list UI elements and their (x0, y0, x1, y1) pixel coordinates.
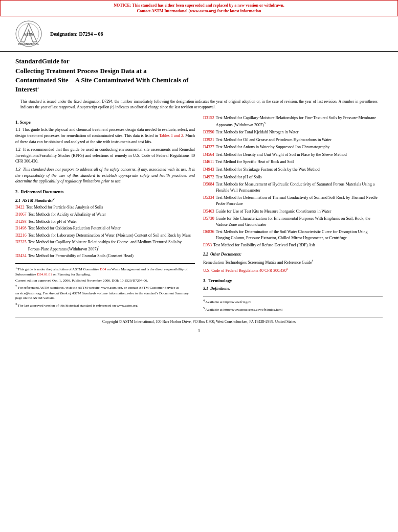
footnote-4: 4 Available at http://www.frtr.gov (203, 298, 383, 305)
subcommittee-link[interactable]: D34.01.01 (37, 272, 52, 276)
section1-p1: 1.1 This guide lists the physical and ch… (15, 127, 195, 145)
ref-id-D4972[interactable]: D4972 (203, 174, 214, 180)
ref-desc-D5084: Test Methods for Measurement of Hydrauli… (216, 181, 383, 193)
ref-desc-D4564: Test Method for Density and Unit Weight … (216, 152, 347, 158)
ref-id-D3921[interactable]: D3921 (203, 137, 214, 143)
ref-desc-D4611: Test Method for Specific Heat of Rock an… (215, 159, 294, 165)
ref-D5463: D5463 Guide for Use of Test Kits to Meas… (203, 209, 383, 215)
ref-D1067: D1067 Test Methods for Acidity or Alkali… (15, 212, 195, 218)
ref-desc-D3921: Test Method for Oil and Grease and Petro… (216, 137, 331, 143)
section2-sub1: 2.1 ASTM Standards:2 (15, 197, 195, 203)
ref-desc-D6836: Test Methods for Determination of the So… (216, 229, 383, 241)
section1-p3: 1.3 This standard does not purport to ad… (15, 167, 195, 184)
ref-desc-D5463: Guide for Use of Test Kits to Measure In… (216, 209, 331, 215)
ref-id-D2434[interactable]: D2434 (15, 253, 27, 259)
ref-desc-D2325: Test Method for Capillary-Moisture Relat… (28, 239, 195, 252)
ref-D5334: D5334 Test Method for Determination of T… (203, 195, 383, 206)
right-column: D3152 Test Method for Capillary-Moisture… (203, 115, 383, 314)
ref-D4327: D4327 Test Method for Anions in Water by… (203, 144, 383, 150)
ref-id-D3152[interactable]: D3152 (203, 115, 214, 128)
left-column: 1. Scope 1.1 This guide lists the physic… (15, 115, 195, 314)
section3-heading: 3. Terminology (203, 277, 383, 284)
ref-id-D5730[interactable]: D5730 (203, 216, 214, 227)
ref-D4564: D4564 Test Method for Density and Unit W… (203, 152, 383, 158)
ref-id-D4327[interactable]: D4327 (203, 144, 214, 150)
notice-line1: NOTICE: This standard has either been su… (114, 3, 284, 8)
ref-id-D3590[interactable]: D3590 (203, 129, 214, 135)
copyright-text: Copyright © ASTM International, 100 Barr… (102, 319, 296, 324)
ref-D2434: D2434 Test Method for Permeability of Gr… (15, 253, 195, 259)
svg-text:INTERNATIONAL: INTERNATIONAL (18, 42, 39, 45)
svg-text:ASTM: ASTM (24, 33, 34, 36)
section1-heading: 1. Scope (15, 119, 195, 125)
ref-id-D4943[interactable]: D4943 (203, 167, 214, 173)
abstract-text: This standard is issued under the fixed … (15, 99, 383, 110)
ref-cfr: U.S. Code of Federal Regulations 40 CFR … (203, 267, 383, 273)
ref-D3590: D3590 Test Methods for Total Kjeldahl Ni… (203, 129, 383, 135)
ref-id-E953[interactable]: E953 (203, 242, 212, 248)
designation-label: Designation: D7294 – 06 (50, 31, 103, 37)
ref-D2216: D2216 Test Methods for Laboratory Determ… (15, 233, 195, 239)
footnote-3: 3 The last approved version of this hist… (15, 302, 195, 309)
ref-desc-cfr: U.S. Code of Federal Regulations 40 CFR … (203, 267, 288, 273)
footnote-2: 2 For referenced ASTM standards, visit t… (15, 284, 195, 301)
notice-line2: Contact ASTM International (www.astm.org… (137, 9, 261, 13)
ref-id-D5334[interactable]: D5334 (203, 195, 214, 206)
ref-desc-E953: Test Method for Fusibility of Refuse-Der… (213, 242, 315, 248)
astm-logo: INTERNATIONAL ASTM (15, 20, 42, 47)
ref-D3921: D3921 Test Method for Oil and Grease and… (203, 137, 383, 143)
ref-desc-D5730: Guide for Site Characterization for Envi… (216, 216, 383, 227)
notice-bar: NOTICE: This standard has either been su… (0, 0, 398, 16)
ref-id-D2325[interactable]: D2325 (15, 239, 27, 252)
ref-D1498: D1498 Test Method for Oxidation-Reductio… (15, 225, 195, 232)
ref-desc-D4327: Test Method for Anions in Water by Suppr… (216, 144, 329, 150)
section2-sub2: 2.2 Other Documents: (203, 251, 383, 258)
section3-sub1: 3.1 Definitions: (203, 286, 383, 292)
ref-D5084: D5084 Test Methods for Measurement of Hy… (203, 181, 383, 193)
ref-id-D6836[interactable]: D6836 (203, 229, 214, 241)
ref-desc-D2216: Test Methods for Laboratory Determinatio… (28, 233, 191, 239)
tables-link[interactable]: Tables 1 and 2 (159, 133, 183, 138)
committee-link[interactable]: D34 (100, 267, 106, 271)
ref-id-D2216[interactable]: D2216 (15, 233, 27, 239)
ref-desc-D3152: Test Method for Capillary-Moisture Relat… (216, 115, 383, 128)
footnotes-right: 4 Available at http://www.frtr.gov 5 Ava… (203, 296, 383, 313)
header: INTERNATIONAL ASTM Designation: D7294 – … (0, 16, 398, 52)
ref-D5730: D5730 Guide for Site Characterization fo… (203, 216, 383, 227)
ref-D4611: D4611 Test Method for Specific Heat of R… (203, 159, 383, 165)
ref-desc-D5334: Test Method for Determination of Thermal… (216, 195, 383, 206)
section1-p2: 1.2 It is recommended that this guide be… (15, 147, 195, 165)
footnote-1: 1 This guide is under the jurisdiction o… (15, 266, 195, 277)
ref-D3152: D3152 Test Method for Capillary-Moisture… (203, 115, 383, 128)
two-column-layout: 1. Scope 1.1 This guide lists the physic… (15, 115, 383, 314)
ref-D1293: D1293 Test Methods for pH of Water (15, 219, 195, 225)
ref-id-D422[interactable]: D422 (15, 204, 25, 211)
ref-id-D1293[interactable]: D1293 (15, 219, 27, 225)
ref-id-D5084[interactable]: D5084 (203, 181, 214, 193)
ref-desc-D1293: Test Methods for pH of Water (28, 219, 77, 225)
ref-desc-D1067: Test Methods for Acidity or Alkalinity o… (28, 212, 106, 218)
doc-title: StandardGuide for Collecting Treatment P… (15, 57, 383, 94)
ref-E953: E953 Test Method for Fusibility of Refus… (203, 242, 383, 248)
footnote-5: 5 Available at http://www.gpoaccess.gov/… (203, 306, 383, 313)
footnote-edition: Current edition approved Oct. 1, 2006. P… (15, 279, 195, 284)
ref-remediation: Remediation Technologies Screening Matri… (203, 259, 383, 265)
ref-desc-remediation: Remediation Technologies Screening Matri… (203, 259, 314, 265)
ref-D4943: D4943 Test Method for Shrinkage Factors … (203, 167, 383, 173)
ref-id-D1498[interactable]: D1498 (15, 225, 27, 232)
ref-id-D1067[interactable]: D1067 (15, 212, 27, 218)
ref-desc-D422: Test Method for Particle-Size Analysis o… (26, 204, 103, 211)
page-body: StandardGuide for Collecting Treatment P… (0, 52, 398, 341)
ref-desc-D4972: Test Method for pH of Soils (216, 174, 262, 180)
section2-heading: 2. Referenced Documents (15, 189, 195, 195)
ref-id-D4564[interactable]: D4564 (203, 152, 214, 158)
ref-id-D5463[interactable]: D5463 (203, 209, 214, 215)
footer-bar: Copyright © ASTM International, 100 Barr… (15, 317, 383, 326)
footnotes-left: 1 This guide is under the jurisdiction o… (15, 263, 195, 309)
page-number: 1 (15, 328, 383, 333)
ref-D4972: D4972 Test Method for pH of Soils (203, 174, 383, 180)
ref-desc-D3590: Test Methods for Total Kjeldahl Nitrogen… (216, 129, 299, 135)
ref-desc-D2434: Test Method for Permeability of Granular… (28, 253, 134, 259)
ref-id-D4611[interactable]: D4611 (203, 159, 214, 165)
ref-desc-D1498: Test Method for Oxidation-Reduction Pote… (28, 225, 121, 232)
